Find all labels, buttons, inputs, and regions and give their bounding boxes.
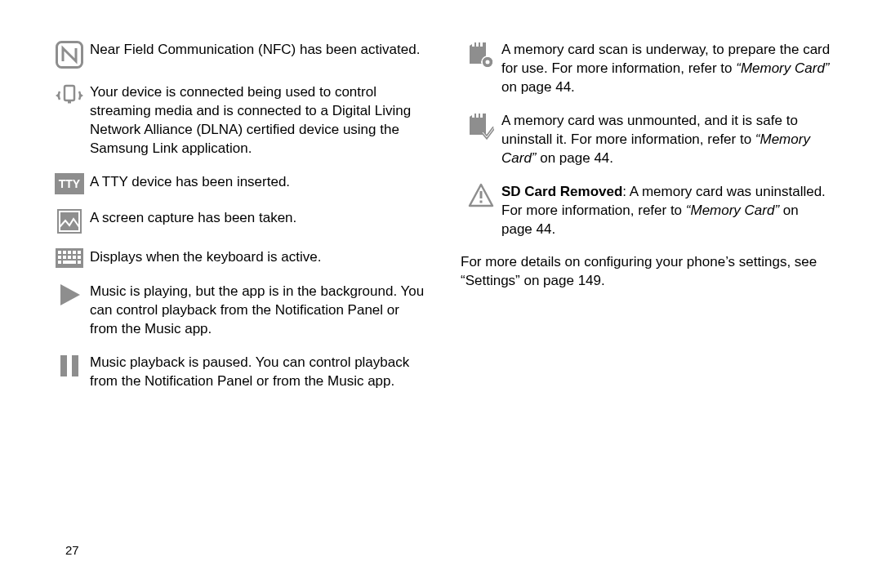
pause-icon bbox=[49, 354, 90, 391]
manual-page: Near Field Communication (NFC) has been … bbox=[0, 0, 882, 588]
svg-rect-28 bbox=[480, 42, 483, 47]
sd-check-icon bbox=[461, 112, 501, 168]
svg-marker-4 bbox=[81, 94, 83, 97]
svg-rect-39 bbox=[480, 191, 483, 198]
svg-rect-19 bbox=[78, 256, 81, 259]
svg-rect-24 bbox=[60, 355, 67, 376]
music-pause-text: Music playback is paused. You can contro… bbox=[90, 354, 426, 391]
keyboard-text: Displays when the keyboard is active. bbox=[90, 248, 426, 268]
music-play-text: Music is playing, but the app is in the … bbox=[90, 283, 426, 339]
page-number: 27 bbox=[65, 543, 79, 557]
svg-rect-22 bbox=[78, 261, 81, 264]
row-tty: TTY A TTY device has been inserted. bbox=[49, 173, 426, 194]
svg-rect-37 bbox=[480, 114, 483, 118]
row-sd-scan: A memory card scan is underway, to prepa… bbox=[461, 41, 833, 97]
dlna-icon bbox=[49, 83, 90, 158]
warning-icon bbox=[461, 183, 501, 239]
sd-removed-text: SD Card Removed: A memory card was unins… bbox=[501, 183, 833, 239]
tty-icon: TTY bbox=[49, 173, 90, 194]
screenshot-text: A screen capture has been taken. bbox=[90, 209, 426, 234]
svg-rect-1 bbox=[65, 86, 74, 100]
svg-rect-35 bbox=[472, 114, 474, 118]
svg-text:TTY: TTY bbox=[59, 177, 81, 190]
nfc-text: Near Field Communication (NFC) has been … bbox=[90, 41, 426, 69]
sd-removed-ref: “Memory Card” bbox=[686, 203, 779, 218]
svg-rect-12 bbox=[68, 251, 71, 254]
sd-gear-icon bbox=[461, 41, 501, 97]
dlna-text: Your device is connected being used to c… bbox=[90, 83, 426, 158]
row-sd-unmount: A memory card was unmounted, and it is s… bbox=[461, 112, 833, 168]
row-nfc: Near Field Communication (NFC) has been … bbox=[49, 41, 426, 69]
svg-rect-36 bbox=[476, 114, 479, 118]
sd-unmount-text: A memory card was unmounted, and it is s… bbox=[501, 112, 833, 168]
tty-text: A TTY device has been inserted. bbox=[90, 173, 426, 194]
row-sd-removed: SD Card Removed: A memory card was unins… bbox=[461, 183, 833, 239]
svg-rect-40 bbox=[480, 200, 483, 203]
footer-ref: “Settings” bbox=[461, 273, 520, 288]
sd-unmount-after: on page 44. bbox=[537, 150, 614, 166]
svg-rect-21 bbox=[63, 261, 76, 264]
row-keyboard: Displays when the keyboard is active. bbox=[49, 248, 426, 268]
svg-rect-13 bbox=[73, 251, 76, 254]
footer-note: For more details on configuring your pho… bbox=[461, 253, 833, 291]
screenshot-icon bbox=[49, 209, 90, 234]
left-column: Near Field Communication (NFC) has been … bbox=[49, 41, 441, 580]
sd-scan-text: A memory card scan is underway, to prepa… bbox=[501, 41, 833, 97]
footer-after: on page 149. bbox=[520, 273, 605, 288]
svg-rect-20 bbox=[58, 261, 61, 264]
svg-rect-7 bbox=[57, 209, 82, 234]
row-screencapture: A screen capture has been taken. bbox=[49, 209, 426, 234]
sd-unmount-line1: A memory card was unmounted, and it is s… bbox=[501, 113, 798, 147]
sd-scan-ref: “Memory Card” bbox=[736, 60, 829, 76]
svg-rect-2 bbox=[68, 101, 71, 104]
svg-rect-25 bbox=[72, 355, 78, 376]
row-dlna: Your device is connected being used to c… bbox=[49, 83, 426, 158]
play-icon bbox=[49, 283, 90, 339]
right-column: A memory card scan is underway, to prepa… bbox=[441, 41, 833, 580]
svg-point-30 bbox=[486, 60, 490, 65]
sd-removed-bold: SD Card Removed bbox=[501, 184, 622, 199]
nfc-icon bbox=[49, 41, 90, 69]
svg-marker-3 bbox=[56, 94, 58, 97]
keyboard-icon bbox=[49, 248, 90, 268]
svg-rect-10 bbox=[58, 251, 61, 254]
sd-scan-after: on page 44. bbox=[501, 79, 575, 95]
svg-rect-16 bbox=[63, 256, 66, 259]
footer-pre: For more details on configuring your pho… bbox=[461, 254, 817, 270]
row-music-play: Music is playing, but the app is in the … bbox=[49, 283, 426, 339]
svg-rect-15 bbox=[58, 256, 61, 259]
svg-marker-23 bbox=[60, 284, 80, 305]
svg-rect-27 bbox=[476, 42, 479, 47]
svg-rect-18 bbox=[73, 256, 76, 259]
svg-rect-26 bbox=[472, 42, 474, 47]
svg-rect-11 bbox=[63, 251, 66, 254]
row-music-pause: Music playback is paused. You can contro… bbox=[49, 354, 426, 391]
svg-rect-14 bbox=[78, 251, 81, 254]
svg-rect-17 bbox=[68, 256, 71, 259]
